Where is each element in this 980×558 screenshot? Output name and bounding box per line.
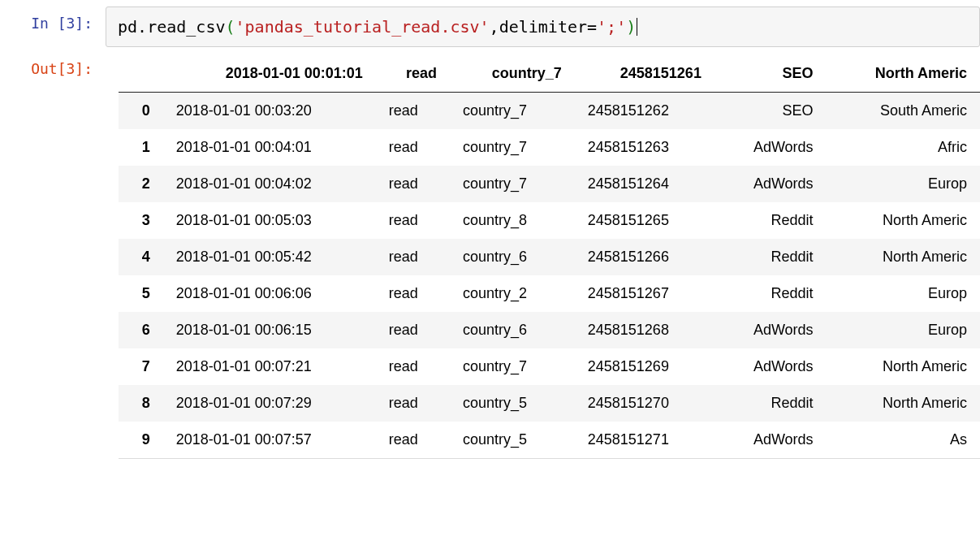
table-row: 3 2018-01-01 00:05:03 read country_8 245… [119,202,980,239]
cell-value: country_7 [450,166,575,202]
cell-value: country_8 [450,202,575,239]
output-area: 2018-01-01 00:01:01 read country_7 24581… [106,52,980,462]
row-index: 8 [119,385,163,422]
cell-value: AdWords [714,348,827,385]
cell-value: country_5 [450,422,575,459]
cell-value: read [376,166,450,202]
row-index: 2 [119,166,163,202]
cell-value: North Americ [827,385,980,422]
cell-value: 2458151271 [575,422,714,459]
table-row: 7 2018-01-01 00:07:21 read country_7 245… [119,348,980,385]
code-token-dot: . [137,15,147,38]
row-index: 0 [119,93,163,130]
cell-value: 2458151264 [575,166,714,202]
cell-value: read [376,422,450,459]
row-index: 1 [119,129,163,166]
row-index: 3 [119,202,163,239]
in-prompt: In [3]: [0,6,106,40]
cell-value: Europ [827,275,980,312]
cell-value: As [827,422,980,459]
table-row: 8 2018-01-01 00:07:29 read country_5 245… [119,385,980,422]
cell-value: AdWords [714,422,827,459]
cell-value: Reddit [714,202,827,239]
table-row: 6 2018-01-01 00:06:15 read country_6 245… [119,312,980,348]
cell-value: 2458151270 [575,385,714,422]
code-token-kwarg-val: ';' [597,15,626,38]
column-header: country_7 [450,55,575,93]
code-token-string-arg: 'pandas_tutorial_read.csv' [235,15,490,38]
table-row: 2 2018-01-01 00:04:02 read country_7 245… [119,166,980,202]
cell-value: Europ [827,312,980,348]
column-header: read [376,55,450,93]
cell-value: SEO [714,93,827,130]
cell-value: 2018-01-01 00:04:01 [163,129,376,166]
code-token-equals: = [587,15,597,38]
cell-value: 2458151267 [575,275,714,312]
column-header: 2018-01-01 00:01:01 [163,55,376,93]
row-index: 9 [119,422,163,459]
cell-value: read [376,275,450,312]
cell-value: country_7 [450,129,575,166]
cell-value: 2018-01-01 00:06:06 [163,275,376,312]
cell-value: country_5 [450,385,575,422]
cell-value: North Americ [827,348,980,385]
code-token-obj: pd [118,15,137,38]
input-cell: In [3]: pd.read_csv('pandas_tutorial_rea… [0,6,980,47]
cell-value: 2018-01-01 00:05:03 [163,202,376,239]
cell-value: country_7 [450,348,575,385]
cell-value: 2018-01-01 00:05:42 [163,239,376,275]
cell-value: read [376,312,450,348]
cell-value: country_7 [450,93,575,130]
cell-value: Reddit [714,385,827,422]
cell-value: 2458151266 [575,239,714,275]
cell-value: read [376,385,450,422]
cell-value: country_6 [450,312,575,348]
cell-value: country_6 [450,239,575,275]
code-input[interactable]: pd.read_csv('pandas_tutorial_read.csv', … [106,6,980,47]
cell-value: AdWords [714,166,827,202]
cell-value: Reddit [714,239,827,275]
cell-value: 2458151262 [575,93,714,130]
index-header [119,55,163,93]
code-token-kwarg: delimiter [499,15,587,38]
code-token-lparen: ( [225,15,235,38]
cell-value: Afric [827,129,980,166]
code-token-comma: , [490,15,499,38]
cell-value: North Americ [827,202,980,239]
table-row: 0 2018-01-01 00:03:20 read country_7 245… [119,93,980,130]
cell-value: 2018-01-01 00:07:57 [163,422,376,459]
cell-value: read [376,202,450,239]
cell-value: South Americ [827,93,980,130]
cell-value: 2458151265 [575,202,714,239]
cell-value: 2018-01-01 00:04:02 [163,166,376,202]
dataframe-table: 2018-01-01 00:01:01 read country_7 24581… [119,55,980,459]
row-index: 4 [119,239,163,275]
out-prompt: Out[3]: [0,52,106,85]
cell-value: read [376,348,450,385]
cell-value: 2018-01-01 00:03:20 [163,93,376,130]
table-header-row: 2018-01-01 00:01:01 read country_7 24581… [119,55,980,93]
row-index: 6 [119,312,163,348]
cell-value: 2458151269 [575,348,714,385]
cell-value: Reddit [714,275,827,312]
cell-value: 2458151263 [575,129,714,166]
cell-value: 2458151268 [575,312,714,348]
cell-value: 2018-01-01 00:07:29 [163,385,376,422]
code-token-rparen: ) [626,15,636,38]
column-header: 2458151261 [575,55,714,93]
cell-value: 2018-01-01 00:06:15 [163,312,376,348]
cell-value: read [376,93,450,130]
output-cell: Out[3]: 2018-01-01 00:01:01 read country… [0,52,980,462]
table-row: 5 2018-01-01 00:06:06 read country_2 245… [119,275,980,312]
table-row: 9 2018-01-01 00:07:57 read country_5 245… [119,422,980,459]
cell-value: 2018-01-01 00:07:21 [163,348,376,385]
table-row: 1 2018-01-01 00:04:01 read country_7 245… [119,129,980,166]
cell-value: AdWords [714,129,827,166]
code-token-func: read_csv [147,15,225,38]
cell-value: Europ [827,166,980,202]
column-header: SEO [714,55,827,93]
column-header: North Americ [827,55,980,93]
cell-value: AdWords [714,312,827,348]
cell-value: read [376,129,450,166]
row-index: 7 [119,348,163,385]
